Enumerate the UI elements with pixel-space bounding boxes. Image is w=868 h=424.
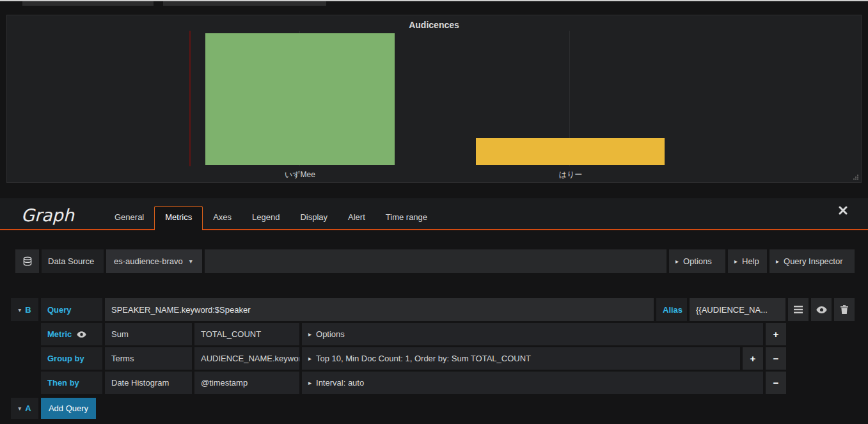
- close-icon[interactable]: [839, 206, 848, 215]
- datasource-toolbar: Data Source es-audience-bravo ▾ ▸ Option…: [15, 249, 855, 273]
- alias-input[interactable]: [696, 305, 779, 315]
- editor-tabs: General Metrics Axes Legend Display Aler…: [104, 206, 438, 229]
- group-by-field-select[interactable]: AUDIENCE_NAME.keyword: [194, 347, 299, 370]
- query-toggle-visibility-button[interactable]: [811, 298, 832, 321]
- add-query-row: ▾ A Add Query: [11, 398, 267, 419]
- add-metric-button[interactable]: +: [766, 323, 786, 345]
- alias-label: Alias: [656, 298, 687, 321]
- datasource-label: Data Source: [42, 249, 104, 273]
- top-tab-stub: [22, 1, 154, 6]
- caret-down-icon: ▾: [18, 405, 21, 412]
- tab-display[interactable]: Display: [290, 207, 338, 229]
- query-row-b: ▾ B Query Alias: [11, 298, 855, 321]
- group-by-options-toggle[interactable]: ▸ Top 10, Min Doc Count: 1, Order by: Su…: [302, 347, 740, 370]
- panel-editor-header: Graph General Metrics Axes Legend Displa…: [0, 198, 868, 230]
- datasource-value: es-audience-bravo: [114, 256, 183, 266]
- query-label: Query: [41, 298, 102, 321]
- alias-input-wrap: [690, 298, 785, 321]
- caret-right-icon: ▸: [734, 258, 738, 265]
- datasource-dropdown[interactable]: es-audience-bravo ▾: [106, 249, 202, 273]
- tab-alert[interactable]: Alert: [338, 207, 375, 229]
- options-button[interactable]: ▸ Options: [669, 249, 725, 273]
- add-group-by-button[interactable]: +: [743, 347, 763, 370]
- hamburger-icon: [794, 306, 803, 313]
- caret-right-icon: ▸: [308, 355, 312, 362]
- collapse-query-a-toggle[interactable]: ▾ A: [11, 398, 38, 419]
- bar-label: はりー: [476, 169, 665, 180]
- chevron-down-icon: ▾: [189, 258, 193, 265]
- tab-metrics[interactable]: Metrics: [154, 206, 203, 230]
- then-by-options-toggle[interactable]: ▸ Interval: auto: [302, 372, 763, 394]
- caret-right-icon: ▸: [308, 331, 312, 338]
- query-input-wrap: [105, 298, 654, 321]
- metric-field-select[interactable]: TOTAL_COUNT: [194, 323, 299, 345]
- tab-time-range[interactable]: Time range: [375, 207, 438, 229]
- group-by-label: Group by: [41, 347, 102, 370]
- then-by-type-select[interactable]: Date Histogram: [105, 372, 192, 394]
- chart-panel: Audicences いずMee はりー: [6, 15, 862, 183]
- bar-label: いずMee: [205, 169, 395, 180]
- metric-label-cell[interactable]: Metric: [41, 323, 102, 345]
- caret-right-icon: ▸: [308, 379, 312, 386]
- metric-agg-select[interactable]: Sum: [105, 323, 192, 345]
- metric-row: Metric Sum TOTAL_COUNT ▸ Options +: [41, 323, 786, 345]
- toolbar-spacer: [205, 249, 667, 273]
- caret-right-icon: ▸: [675, 258, 679, 265]
- query-menu-button[interactable]: [788, 298, 809, 321]
- then-by-field-select[interactable]: @timestamp: [194, 372, 299, 394]
- panel-title[interactable]: Audicences: [7, 15, 861, 30]
- query-letter: B: [25, 305, 31, 315]
- add-query-button[interactable]: Add Query: [41, 398, 96, 419]
- tab-legend[interactable]: Legend: [242, 207, 290, 229]
- database-icon: [15, 249, 39, 273]
- panel-resize-handle[interactable]: [853, 174, 859, 180]
- bar-harii[interactable]: [476, 138, 665, 165]
- collapse-query-toggle[interactable]: ▾ B: [11, 298, 38, 321]
- eye-icon: [816, 306, 827, 313]
- then-by-row: Then by Date Histogram @timestamp ▸ Inte…: [41, 372, 786, 394]
- tab-general[interactable]: General: [104, 207, 154, 229]
- query-letter: A: [25, 404, 31, 413]
- top-tab-stub: [163, 1, 326, 6]
- eye-icon[interactable]: [77, 331, 86, 338]
- query-inspector-button[interactable]: ▸ Query Inspector: [769, 249, 855, 273]
- group-by-type-select[interactable]: Terms: [105, 347, 192, 370]
- remove-group-by-button[interactable]: −: [766, 347, 786, 370]
- then-by-label: Then by: [41, 372, 102, 394]
- query-delete-button[interactable]: [834, 298, 855, 321]
- help-button[interactable]: ▸ Help: [728, 249, 767, 273]
- metric-options-toggle[interactable]: ▸ Options: [302, 323, 763, 345]
- bar-izumee[interactable]: [205, 33, 395, 165]
- remove-then-by-button[interactable]: −: [766, 372, 786, 394]
- caret-right-icon: ▸: [776, 258, 779, 265]
- caret-down-icon: ▾: [18, 306, 21, 313]
- group-by-row: Group by Terms AUDIENCE_NAME.keyword ▸ T…: [41, 347, 786, 370]
- tab-axes[interactable]: Axes: [203, 207, 242, 229]
- trash-icon: [840, 305, 848, 314]
- query-input[interactable]: [111, 305, 647, 315]
- panel-type-title: Graph: [21, 205, 104, 225]
- y-axis-line: [189, 31, 191, 166]
